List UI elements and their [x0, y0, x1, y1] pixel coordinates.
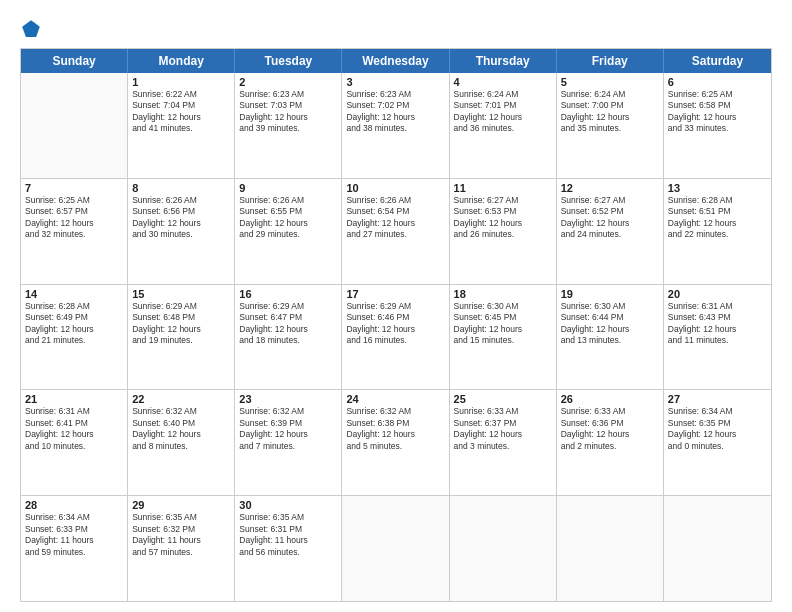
cell-info-line: and 16 minutes. [346, 335, 444, 346]
calendar-cell: 20Sunrise: 6:31 AMSunset: 6:43 PMDayligh… [664, 285, 771, 390]
calendar-cell: 30Sunrise: 6:35 AMSunset: 6:31 PMDayligh… [235, 496, 342, 601]
calendar-cell: 12Sunrise: 6:27 AMSunset: 6:52 PMDayligh… [557, 179, 664, 284]
cell-info-line: Daylight: 12 hours [346, 324, 444, 335]
cell-info-line: Sunset: 6:56 PM [132, 206, 230, 217]
cell-info-line: Sunset: 6:41 PM [25, 418, 123, 429]
cell-info-line: and 57 minutes. [132, 547, 230, 558]
calendar-cell [557, 496, 664, 601]
calendar-cell: 8Sunrise: 6:26 AMSunset: 6:56 PMDaylight… [128, 179, 235, 284]
header [20, 18, 772, 40]
cell-info-line: Sunrise: 6:27 AM [561, 195, 659, 206]
day-number: 12 [561, 182, 659, 194]
cell-info-line: and 10 minutes. [25, 441, 123, 452]
calendar-cell: 13Sunrise: 6:28 AMSunset: 6:51 PMDayligh… [664, 179, 771, 284]
cell-info-line: Daylight: 12 hours [454, 429, 552, 440]
cell-info-line: and 56 minutes. [239, 547, 337, 558]
calendar-cell: 22Sunrise: 6:32 AMSunset: 6:40 PMDayligh… [128, 390, 235, 495]
calendar-header-row: SundayMondayTuesdayWednesdayThursdayFrid… [21, 49, 771, 73]
calendar-cell: 21Sunrise: 6:31 AMSunset: 6:41 PMDayligh… [21, 390, 128, 495]
day-number: 5 [561, 76, 659, 88]
day-number: 3 [346, 76, 444, 88]
day-number: 27 [668, 393, 767, 405]
cell-info-line: Sunset: 6:45 PM [454, 312, 552, 323]
cell-info-line: and 35 minutes. [561, 123, 659, 134]
logo [20, 18, 46, 40]
calendar-cell: 7Sunrise: 6:25 AMSunset: 6:57 PMDaylight… [21, 179, 128, 284]
calendar-cell: 4Sunrise: 6:24 AMSunset: 7:01 PMDaylight… [450, 73, 557, 178]
calendar-cell: 1Sunrise: 6:22 AMSunset: 7:04 PMDaylight… [128, 73, 235, 178]
day-number: 22 [132, 393, 230, 405]
cell-info-line: Sunrise: 6:25 AM [25, 195, 123, 206]
cell-info-line: and 26 minutes. [454, 229, 552, 240]
cell-info-line: Sunset: 6:44 PM [561, 312, 659, 323]
cell-info-line: Sunset: 6:33 PM [25, 524, 123, 535]
cell-info-line: Sunrise: 6:26 AM [239, 195, 337, 206]
cell-info-line: and 0 minutes. [668, 441, 767, 452]
day-number: 17 [346, 288, 444, 300]
cell-info-line: Sunset: 6:38 PM [346, 418, 444, 429]
cell-info-line: Sunrise: 6:30 AM [561, 301, 659, 312]
cell-info-line: and 22 minutes. [668, 229, 767, 240]
calendar-cell: 17Sunrise: 6:29 AMSunset: 6:46 PMDayligh… [342, 285, 449, 390]
cell-info-line: and 36 minutes. [454, 123, 552, 134]
cell-info-line: Sunrise: 6:32 AM [239, 406, 337, 417]
day-number: 13 [668, 182, 767, 194]
cell-info-line: and 41 minutes. [132, 123, 230, 134]
day-number: 11 [454, 182, 552, 194]
cell-info-line: Sunset: 6:36 PM [561, 418, 659, 429]
cell-info-line: and 15 minutes. [454, 335, 552, 346]
cell-info-line: Sunrise: 6:35 AM [239, 512, 337, 523]
cell-info-line: Sunset: 7:04 PM [132, 100, 230, 111]
cell-info-line: Sunset: 6:48 PM [132, 312, 230, 323]
day-number: 26 [561, 393, 659, 405]
calendar-cell: 28Sunrise: 6:34 AMSunset: 6:33 PMDayligh… [21, 496, 128, 601]
cell-info-line: Daylight: 12 hours [132, 218, 230, 229]
calendar-header-cell: Thursday [450, 49, 557, 73]
cell-info-line: Daylight: 12 hours [132, 429, 230, 440]
day-number: 21 [25, 393, 123, 405]
cell-info-line: and 59 minutes. [25, 547, 123, 558]
cell-info-line: Sunset: 6:47 PM [239, 312, 337, 323]
calendar-cell: 15Sunrise: 6:29 AMSunset: 6:48 PMDayligh… [128, 285, 235, 390]
day-number: 15 [132, 288, 230, 300]
day-number: 1 [132, 76, 230, 88]
cell-info-line: and 30 minutes. [132, 229, 230, 240]
cell-info-line: Daylight: 12 hours [561, 112, 659, 123]
calendar-cell: 19Sunrise: 6:30 AMSunset: 6:44 PMDayligh… [557, 285, 664, 390]
cell-info-line: Sunset: 6:51 PM [668, 206, 767, 217]
cell-info-line: Sunrise: 6:33 AM [454, 406, 552, 417]
calendar-cell [664, 496, 771, 601]
cell-info-line: Sunrise: 6:34 AM [25, 512, 123, 523]
calendar-week-row: 14Sunrise: 6:28 AMSunset: 6:49 PMDayligh… [21, 285, 771, 391]
cell-info-line: Daylight: 12 hours [561, 429, 659, 440]
cell-info-line: Daylight: 12 hours [346, 218, 444, 229]
day-number: 28 [25, 499, 123, 511]
cell-info-line: Daylight: 11 hours [25, 535, 123, 546]
day-number: 2 [239, 76, 337, 88]
day-number: 25 [454, 393, 552, 405]
cell-info-line: Daylight: 12 hours [239, 429, 337, 440]
calendar-cell: 6Sunrise: 6:25 AMSunset: 6:58 PMDaylight… [664, 73, 771, 178]
calendar-cell: 14Sunrise: 6:28 AMSunset: 6:49 PMDayligh… [21, 285, 128, 390]
cell-info-line: Sunset: 6:46 PM [346, 312, 444, 323]
cell-info-line: Sunset: 6:54 PM [346, 206, 444, 217]
cell-info-line: Sunrise: 6:31 AM [668, 301, 767, 312]
calendar-header-cell: Sunday [21, 49, 128, 73]
calendar-cell: 16Sunrise: 6:29 AMSunset: 6:47 PMDayligh… [235, 285, 342, 390]
cell-info-line: Sunrise: 6:25 AM [668, 89, 767, 100]
calendar-cell: 24Sunrise: 6:32 AMSunset: 6:38 PMDayligh… [342, 390, 449, 495]
cell-info-line: and 32 minutes. [25, 229, 123, 240]
cell-info-line: Daylight: 12 hours [668, 112, 767, 123]
cell-info-line: and 3 minutes. [454, 441, 552, 452]
cell-info-line: and 7 minutes. [239, 441, 337, 452]
cell-info-line: Sunset: 7:01 PM [454, 100, 552, 111]
calendar-cell [342, 496, 449, 601]
cell-info-line: Sunrise: 6:33 AM [561, 406, 659, 417]
calendar-week-row: 1Sunrise: 6:22 AMSunset: 7:04 PMDaylight… [21, 73, 771, 179]
cell-info-line: Sunset: 6:52 PM [561, 206, 659, 217]
cell-info-line: Daylight: 12 hours [668, 429, 767, 440]
calendar-cell: 9Sunrise: 6:26 AMSunset: 6:55 PMDaylight… [235, 179, 342, 284]
cell-info-line: Sunrise: 6:34 AM [668, 406, 767, 417]
cell-info-line: Daylight: 11 hours [239, 535, 337, 546]
calendar: SundayMondayTuesdayWednesdayThursdayFrid… [20, 48, 772, 602]
